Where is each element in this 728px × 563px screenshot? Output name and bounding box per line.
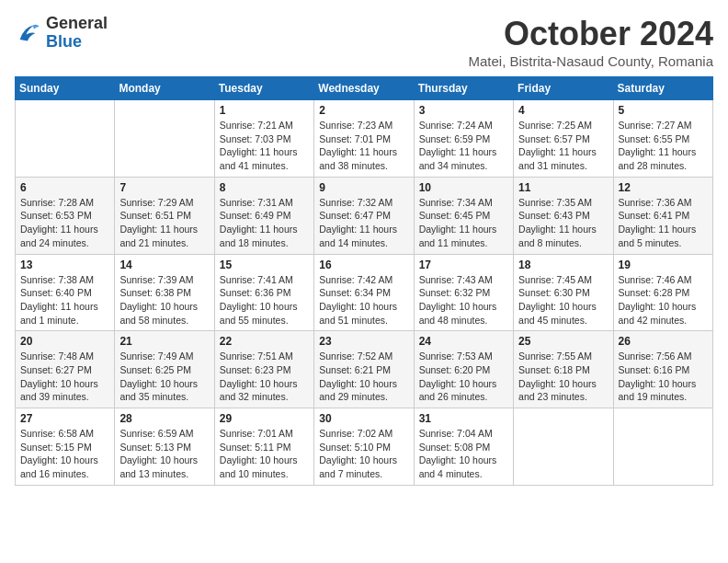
calendar-cell: 25Sunrise: 7:55 AMSunset: 6:18 PMDayligh… <box>514 331 613 408</box>
logo-blue: Blue <box>46 32 82 51</box>
calendar-cell: 4Sunrise: 7:25 AMSunset: 6:57 PMDaylight… <box>514 100 613 178</box>
cell-day-number: 8 <box>220 181 309 194</box>
cell-day-number: 18 <box>518 259 608 271</box>
calendar-cell: 10Sunrise: 7:34 AMSunset: 6:45 PMDayligh… <box>414 177 513 254</box>
calendar-day-header: Sunday <box>16 77 115 100</box>
cell-info-text: Sunrise: 7:01 AMSunset: 5:11 PMDaylight:… <box>220 427 309 481</box>
calendar-cell: 19Sunrise: 7:46 AMSunset: 6:28 PMDayligh… <box>613 254 712 331</box>
logo-bird-icon <box>15 20 40 46</box>
cell-info-text: Sunrise: 7:52 AMSunset: 6:21 PMDaylight:… <box>319 350 408 404</box>
calendar-cell: 16Sunrise: 7:42 AMSunset: 6:34 PMDayligh… <box>314 254 414 331</box>
calendar-cell: 31Sunrise: 7:04 AMSunset: 5:08 PMDayligh… <box>414 408 513 486</box>
cell-info-text: Sunrise: 7:21 AMSunset: 7:03 PMDaylight:… <box>220 119 309 173</box>
cell-day-number: 6 <box>20 181 109 194</box>
calendar-week-row: 13Sunrise: 7:38 AMSunset: 6:40 PMDayligh… <box>16 254 713 331</box>
calendar-day-header: Thursday <box>414 77 513 100</box>
cell-day-number: 13 <box>20 259 109 271</box>
calendar-cell <box>613 408 712 486</box>
cell-day-number: 23 <box>319 335 408 348</box>
cell-info-text: Sunrise: 7:31 AMSunset: 6:49 PMDaylight:… <box>220 196 309 250</box>
cell-info-text: Sunrise: 7:04 AMSunset: 5:08 PMDaylight:… <box>419 427 508 481</box>
cell-day-number: 7 <box>119 181 209 194</box>
cell-info-text: Sunrise: 7:46 AMSunset: 6:28 PMDaylight:… <box>619 273 708 327</box>
calendar-header-row: SundayMondayTuesdayWednesdayThursdayFrid… <box>16 77 713 100</box>
cell-info-text: Sunrise: 7:53 AMSunset: 6:20 PMDaylight:… <box>419 350 508 404</box>
cell-day-number: 2 <box>319 104 408 117</box>
cell-day-number: 15 <box>220 259 309 271</box>
cell-day-number: 22 <box>220 335 309 348</box>
cell-info-text: Sunrise: 7:43 AMSunset: 6:32 PMDaylight:… <box>419 273 508 327</box>
calendar-cell: 12Sunrise: 7:36 AMSunset: 6:41 PMDayligh… <box>613 177 712 254</box>
cell-day-number: 1 <box>220 104 309 117</box>
cell-info-text: Sunrise: 6:59 AMSunset: 5:13 PMDaylight:… <box>119 427 209 481</box>
cell-day-number: 27 <box>20 412 109 425</box>
logo-general: General <box>46 14 108 32</box>
cell-info-text: Sunrise: 7:36 AMSunset: 6:41 PMDaylight:… <box>619 196 708 250</box>
calendar-day-header: Wednesday <box>314 77 414 100</box>
cell-day-number: 19 <box>619 259 708 271</box>
cell-day-number: 21 <box>119 335 209 348</box>
calendar-cell: 30Sunrise: 7:02 AMSunset: 5:10 PMDayligh… <box>314 408 414 486</box>
cell-day-number: 9 <box>319 181 408 194</box>
cell-day-number: 29 <box>220 412 309 425</box>
calendar-cell: 6Sunrise: 7:28 AMSunset: 6:53 PMDaylight… <box>16 177 115 254</box>
calendar-week-row: 27Sunrise: 6:58 AMSunset: 5:15 PMDayligh… <box>16 408 713 486</box>
calendar-cell: 9Sunrise: 7:32 AMSunset: 6:47 PMDaylight… <box>314 177 414 254</box>
calendar-cell: 29Sunrise: 7:01 AMSunset: 5:11 PMDayligh… <box>214 408 313 486</box>
calendar-cell: 1Sunrise: 7:21 AMSunset: 7:03 PMDaylight… <box>214 100 313 178</box>
cell-day-number: 26 <box>619 335 708 348</box>
month-title: October 2024 <box>469 15 714 53</box>
cell-info-text: Sunrise: 7:29 AMSunset: 6:51 PMDaylight:… <box>119 196 209 250</box>
cell-info-text: Sunrise: 7:41 AMSunset: 6:36 PMDaylight:… <box>220 273 309 327</box>
calendar-day-header: Tuesday <box>214 77 313 100</box>
cell-info-text: Sunrise: 7:02 AMSunset: 5:10 PMDaylight:… <box>319 427 408 481</box>
cell-day-number: 24 <box>419 335 508 348</box>
cell-info-text: Sunrise: 7:42 AMSunset: 6:34 PMDaylight:… <box>319 273 408 327</box>
cell-day-number: 3 <box>419 104 508 117</box>
calendar-cell: 18Sunrise: 7:45 AMSunset: 6:30 PMDayligh… <box>514 254 613 331</box>
cell-day-number: 20 <box>20 335 109 348</box>
cell-info-text: Sunrise: 6:58 AMSunset: 5:15 PMDaylight:… <box>20 427 109 481</box>
cell-day-number: 16 <box>319 259 408 271</box>
calendar-cell: 11Sunrise: 7:35 AMSunset: 6:43 PMDayligh… <box>514 177 613 254</box>
page-header: General Blue October 2024 Matei, Bistrit… <box>15 15 713 69</box>
calendar-cell: 24Sunrise: 7:53 AMSunset: 6:20 PMDayligh… <box>414 331 513 408</box>
calendar-cell <box>514 408 613 486</box>
calendar-cell: 21Sunrise: 7:49 AMSunset: 6:25 PMDayligh… <box>115 331 214 408</box>
calendar-week-row: 20Sunrise: 7:48 AMSunset: 6:27 PMDayligh… <box>16 331 713 408</box>
cell-info-text: Sunrise: 7:49 AMSunset: 6:25 PMDaylight:… <box>119 350 209 404</box>
calendar-cell: 13Sunrise: 7:38 AMSunset: 6:40 PMDayligh… <box>16 254 115 331</box>
cell-info-text: Sunrise: 7:34 AMSunset: 6:45 PMDaylight:… <box>419 196 508 250</box>
calendar-week-row: 1Sunrise: 7:21 AMSunset: 7:03 PMDaylight… <box>16 100 713 178</box>
calendar-cell: 27Sunrise: 6:58 AMSunset: 5:15 PMDayligh… <box>16 408 115 486</box>
calendar-cell: 5Sunrise: 7:27 AMSunset: 6:55 PMDaylight… <box>613 100 712 178</box>
location-subtitle: Matei, Bistrita-Nasaud County, Romania <box>469 53 714 69</box>
cell-day-number: 30 <box>319 412 408 425</box>
calendar-week-row: 6Sunrise: 7:28 AMSunset: 6:53 PMDaylight… <box>16 177 713 254</box>
calendar-cell: 17Sunrise: 7:43 AMSunset: 6:32 PMDayligh… <box>414 254 513 331</box>
cell-info-text: Sunrise: 7:48 AMSunset: 6:27 PMDaylight:… <box>20 350 109 404</box>
calendar-cell: 22Sunrise: 7:51 AMSunset: 6:23 PMDayligh… <box>214 331 313 408</box>
calendar-table: SundayMondayTuesdayWednesdayThursdayFrid… <box>15 76 713 486</box>
calendar-cell: 23Sunrise: 7:52 AMSunset: 6:21 PMDayligh… <box>314 331 414 408</box>
cell-day-number: 28 <box>119 412 209 425</box>
calendar-cell: 14Sunrise: 7:39 AMSunset: 6:38 PMDayligh… <box>115 254 214 331</box>
calendar-day-header: Friday <box>514 77 613 100</box>
cell-info-text: Sunrise: 7:55 AMSunset: 6:18 PMDaylight:… <box>518 350 608 404</box>
cell-info-text: Sunrise: 7:45 AMSunset: 6:30 PMDaylight:… <box>518 273 608 327</box>
cell-day-number: 4 <box>518 104 608 117</box>
calendar-cell: 8Sunrise: 7:31 AMSunset: 6:49 PMDaylight… <box>214 177 313 254</box>
cell-info-text: Sunrise: 7:38 AMSunset: 6:40 PMDaylight:… <box>20 273 109 327</box>
cell-day-number: 17 <box>419 259 508 271</box>
calendar-cell: 20Sunrise: 7:48 AMSunset: 6:27 PMDayligh… <box>16 331 115 408</box>
calendar-cell <box>115 100 214 178</box>
calendar-cell: 26Sunrise: 7:56 AMSunset: 6:16 PMDayligh… <box>613 331 712 408</box>
cell-info-text: Sunrise: 7:27 AMSunset: 6:55 PMDaylight:… <box>619 119 708 173</box>
cell-day-number: 11 <box>518 181 608 194</box>
cell-info-text: Sunrise: 7:25 AMSunset: 6:57 PMDaylight:… <box>518 119 608 173</box>
calendar-cell: 7Sunrise: 7:29 AMSunset: 6:51 PMDaylight… <box>115 177 214 254</box>
cell-day-number: 14 <box>119 259 209 271</box>
cell-info-text: Sunrise: 7:24 AMSunset: 6:59 PMDaylight:… <box>419 119 508 173</box>
cell-day-number: 10 <box>419 181 508 194</box>
calendar-cell: 15Sunrise: 7:41 AMSunset: 6:36 PMDayligh… <box>214 254 313 331</box>
